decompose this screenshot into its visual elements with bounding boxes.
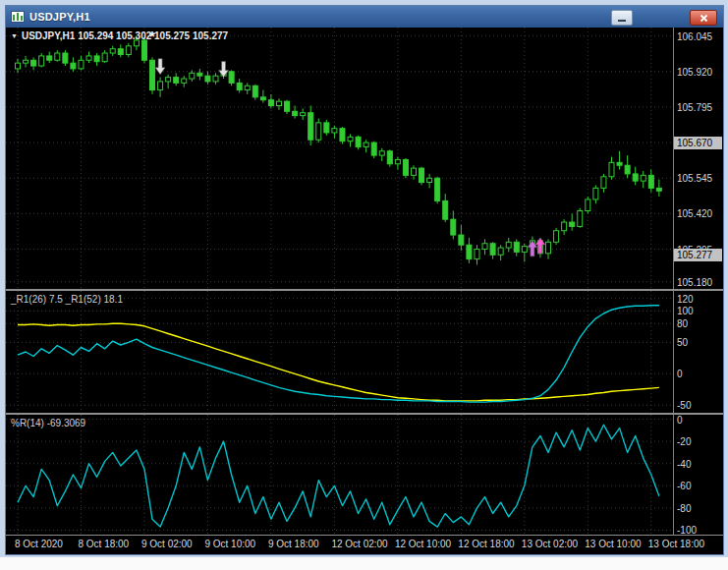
time-axis-label: 9 Oct 10:00: [204, 539, 255, 549]
indicator2-canvas[interactable]: [6, 415, 671, 535]
time-axis-label: 8 Oct 2020: [15, 539, 63, 549]
window-titlebar[interactable]: USDJPY,H1: [6, 6, 723, 28]
axis-tick-label: 105.420: [677, 208, 712, 219]
main-chart-canvas[interactable]: *: [6, 28, 671, 289]
time-axis-label: 13 Oct 02:00: [522, 539, 578, 549]
axis-tick-label: 105.180: [677, 277, 712, 288]
time-axis-label: 12 Oct 18:00: [458, 539, 514, 549]
arrow-up-marker-icon: [528, 241, 537, 256]
time-axis-label: 9 Oct 02:00: [141, 539, 193, 549]
axis-tick-label: 80: [677, 318, 688, 329]
indicator1-pane[interactable]: 12010080500-50 _R1(26) 7.5 _R1(52) 18.1: [6, 291, 723, 413]
window-title: USDJPY,H1: [29, 11, 90, 23]
axis-tick-label: -60: [677, 481, 691, 491]
axis-tick-label: -40: [677, 459, 691, 470]
axis-tick-label: -20: [677, 436, 691, 447]
price-axis[interactable]: 106.045105.920105.795105.670105.545105.4…: [673, 28, 723, 289]
main-price-pane[interactable]: * 106.045105.920105.795105.670105.545105…: [6, 28, 723, 289]
indicator1-label: _R1(26) 7.5 _R1(52) 18.1: [11, 294, 123, 305]
time-axis-label: 12 Oct 02:00: [331, 539, 387, 549]
axis-tick-label: -80: [677, 503, 691, 514]
axis-tick-label: -50: [677, 400, 691, 411]
time-axis-label: 13 Oct 18:00: [648, 539, 704, 549]
indicator2-axis[interactable]: 0-20-40-60-80-100: [673, 415, 723, 535]
taskbar-strip: [0, 557, 728, 570]
axis-tick-label: 105.795: [677, 102, 712, 113]
level-badge: 105.670: [674, 137, 722, 149]
indicator1-axis[interactable]: 12010080500-50: [673, 291, 723, 413]
candles-layer: [16, 36, 662, 265]
indicator2-pane[interactable]: 0-20-40-60-80-100 %R(14) -69.3069: [6, 415, 723, 535]
axis-tick-label: 105.545: [677, 173, 712, 184]
chart-info-label: ▼ USDJPY,H1 105.294 105.302 105.275 105.…: [11, 30, 228, 41]
axis-tick-label: 106.045: [677, 31, 712, 42]
close-button[interactable]: [690, 10, 717, 26]
indicator1-canvas[interactable]: [6, 291, 671, 413]
time-axis-label: 8 Oct 18:00: [78, 539, 129, 549]
time-axis-label: 9 Oct 18:00: [268, 539, 319, 549]
signal-markers-layer: *: [149, 28, 545, 256]
ohlc-readout: USDJPY,H1 105.294 105.302 105.275 105.27…: [22, 30, 228, 41]
indicator-line-%R(14): [18, 425, 659, 527]
chart-body: * 106.045105.920105.795105.670105.545105…: [6, 28, 723, 554]
axis-tick-label: 0: [677, 369, 683, 379]
time-axis-label: 13 Oct 10:00: [585, 539, 641, 549]
chart-window-icon: [11, 11, 25, 23]
axis-tick-label: 100: [677, 306, 694, 316]
close-icon: [700, 14, 708, 23]
time-axis[interactable]: 8 Oct 20208 Oct 18:009 Oct 02:009 Oct 10…: [6, 535, 723, 552]
indicator-line-_R1(52): [18, 306, 659, 402]
indicator2-label: %R(14) -69.3069: [11, 418, 85, 428]
current-price-badge: 105.277: [674, 249, 722, 261]
indicator-line-_R1(26): [18, 323, 659, 401]
arrow-up-marker-icon: [535, 238, 545, 254]
grid: [6, 28, 671, 289]
time-axis-label: 12 Oct 10:00: [395, 539, 451, 549]
axis-tick-label: 50: [677, 337, 688, 348]
arrow-down-marker-icon: [219, 62, 229, 78]
axis-tick-label: 0: [677, 415, 683, 426]
minimize-icon: [618, 20, 626, 22]
symbol-dropdown-icon[interactable]: ▼: [11, 31, 18, 41]
chart-window: USDJPY,H1 * 106.045105.920105.795105.670…: [5, 5, 724, 555]
axis-tick-label: 105.920: [677, 67, 712, 78]
axis-tick-label: 120: [677, 294, 694, 305]
minimize-button[interactable]: [611, 10, 633, 26]
